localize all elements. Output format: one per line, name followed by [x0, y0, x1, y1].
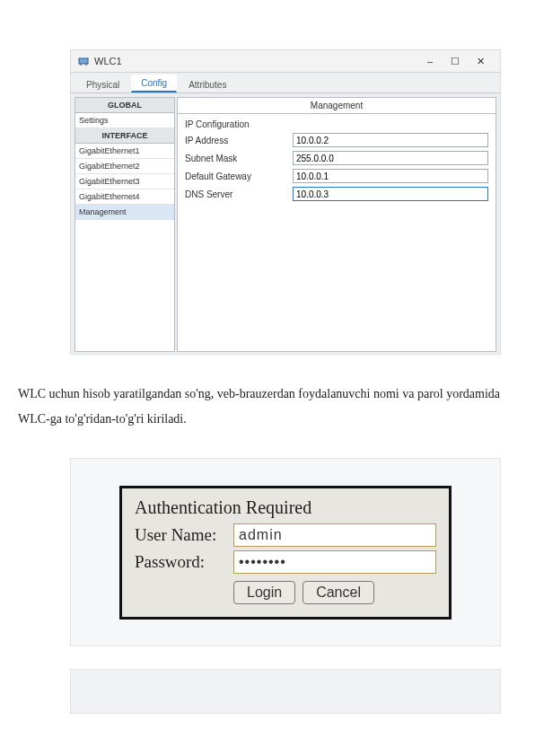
minimize-button[interactable]: – [417, 53, 443, 69]
sidebar-item-management[interactable]: Management [75, 205, 174, 220]
cancel-button[interactable]: Cancel [303, 581, 374, 604]
body-paragraph: WLC uchun hisob yaratilgandan so'ng, veb… [18, 382, 521, 432]
maximize-button[interactable]: ☐ [443, 53, 468, 69]
sidebar: GLOBAL Settings INTERFACE GigabitEtherne… [75, 97, 175, 352]
config-panel: Management IP Configuration IP Address S… [177, 97, 496, 352]
sidebar-interface-header: INTERFACE [75, 128, 174, 144]
ip-address-input[interactable] [293, 133, 488, 147]
figure-placeholder [70, 669, 501, 714]
dns-input[interactable] [293, 187, 488, 201]
auth-dialog: Authentication Required User Name: Passw… [119, 486, 452, 620]
svg-rect-0 [79, 58, 88, 64]
wlc-window: WLC1 – ☐ ✕ Physical Config Attributes GL… [70, 49, 501, 355]
tab-config[interactable]: Config [131, 75, 177, 92]
gateway-input[interactable] [293, 169, 488, 183]
username-input[interactable] [233, 523, 436, 547]
tabbar: Physical Config Attributes [71, 73, 500, 93]
tab-attributes[interactable]: Attributes [179, 76, 236, 92]
ip-config-section: IP Configuration [178, 114, 496, 131]
subnet-label: Subnet Mask [185, 154, 293, 163]
panel-title: Management [178, 98, 496, 114]
password-label: Password: [135, 552, 233, 572]
sidebar-item-settings[interactable]: Settings [75, 113, 174, 128]
auth-title: Authentication Required [135, 497, 436, 518]
gateway-label: Default Gateway [185, 171, 293, 181]
login-button[interactable]: Login [233, 581, 295, 604]
app-icon [78, 56, 89, 66]
main-area: GLOBAL Settings INTERFACE GigabitEtherne… [71, 93, 500, 356]
sidebar-global-header: GLOBAL [75, 98, 174, 113]
subnet-input[interactable] [293, 151, 488, 165]
window-title: WLC1 [94, 56, 417, 66]
auth-figure: Authentication Required User Name: Passw… [70, 458, 501, 646]
sidebar-item-ge4[interactable]: GigabitEthernet4 [75, 189, 174, 205]
dns-label: DNS Server [185, 189, 293, 199]
tab-physical[interactable]: Physical [76, 76, 129, 92]
titlebar[interactable]: WLC1 – ☐ ✕ [71, 50, 500, 73]
sidebar-item-ge2[interactable]: GigabitEthernet2 [75, 159, 174, 174]
sidebar-item-ge3[interactable]: GigabitEthernet3 [75, 174, 174, 189]
sidebar-item-ge1[interactable]: GigabitEthernet1 [75, 144, 174, 159]
close-button[interactable]: ✕ [468, 53, 493, 69]
username-label: User Name: [135, 525, 233, 545]
password-input[interactable] [233, 550, 436, 574]
ip-address-label: IP Address [185, 136, 293, 145]
